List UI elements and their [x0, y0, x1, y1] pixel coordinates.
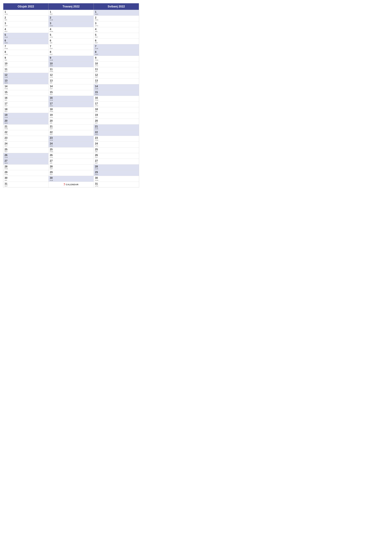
day-cell-m1-d9: 10NED — [49, 61, 94, 67]
day-cell-m1-d20: 21ČET — [49, 124, 94, 130]
day-cell-m1-d1: 2SUB — [49, 15, 94, 21]
day-number: 25 — [5, 148, 47, 151]
month-header-2: Svibanj 2022 — [94, 3, 139, 10]
day-number: 29 — [95, 171, 138, 174]
day-number: 11 — [5, 68, 47, 71]
day-number: 18 — [50, 108, 92, 111]
day-number: 1 — [50, 10, 92, 14]
day-number: 14 — [50, 85, 92, 88]
day-name: UTO — [5, 14, 47, 15]
day-number: 10 — [5, 62, 47, 65]
day-name: PET — [95, 122, 138, 124]
day-cell-m0-d3: 4PET — [3, 27, 49, 33]
day-cell-m1-d15: 16SUB — [49, 96, 94, 102]
day-name: UTO — [95, 145, 138, 147]
day-number: 5 — [5, 33, 47, 37]
day-cell-m0-d23: 24ČET — [3, 141, 49, 147]
day-name: PET — [50, 14, 92, 15]
day-name: UTO — [95, 25, 138, 27]
day-cell-m0-d17: 18PET — [3, 107, 49, 113]
day-name: UTO — [95, 65, 138, 67]
day-number: 13 — [5, 79, 47, 82]
day-cell-m0-d28: 29UTO — [3, 170, 49, 176]
day-number: 14 — [5, 85, 47, 88]
day-cell-m2-d3: 4SRI — [94, 27, 139, 33]
day-cell-m1-d13: 14ČET — [49, 84, 94, 90]
day-name: SRI — [50, 82, 92, 84]
day-name: NED — [50, 65, 92, 67]
day-cell-m1-d10: 11PON — [49, 67, 94, 73]
day-name: SRI — [5, 180, 47, 181]
day-number: 2 — [5, 16, 47, 19]
day-number: 23 — [50, 136, 92, 139]
day-cell-m2-d23: 24UTO — [94, 141, 139, 147]
day-name: ČET — [5, 185, 47, 187]
day-number: 19 — [50, 113, 92, 117]
day-number: 24 — [50, 142, 92, 145]
day-name: SRI — [95, 31, 138, 32]
day-number: 18 — [95, 108, 138, 111]
day-name: ČET — [95, 117, 138, 118]
day-cell-m0-d9: 10ČET — [3, 61, 49, 67]
day-name: UTO — [50, 117, 92, 118]
day-name: PET — [95, 162, 138, 164]
day-cell-m2-d25: 26ČET — [94, 153, 139, 159]
day-number: 15 — [50, 91, 92, 94]
day-cell-m2-d5: 6PET — [94, 38, 139, 44]
day-name: ČET — [95, 157, 138, 158]
day-cell-m1-d7: 8PET — [49, 50, 94, 56]
day-name: SUB — [5, 157, 47, 158]
day-cell-m2-d30: 31UTO — [94, 182, 139, 187]
day-cell-m1-d24: 25PON — [49, 147, 94, 153]
day-name: PET — [5, 151, 47, 153]
day-number: 6 — [95, 39, 138, 42]
day-number: 11 — [50, 68, 92, 71]
day-name: PET — [50, 54, 92, 55]
day-cell-m2-d27: 28SUB — [94, 164, 139, 170]
day-number: 31 — [5, 182, 47, 185]
day-number: 21 — [95, 125, 138, 128]
day-name: PON — [95, 59, 138, 61]
day-number: 5 — [95, 33, 138, 37]
day-cell-m0-d13: 14PON — [3, 84, 49, 90]
day-name: PON — [50, 151, 92, 153]
day-name: UTO — [50, 157, 92, 158]
day-name: ČET — [5, 25, 47, 27]
day-cell-m1-d25: 26UTO — [49, 153, 94, 159]
day-cell-m2-d4: 5ČET — [94, 33, 139, 38]
day-name: SRI — [95, 151, 138, 153]
day-cell-m0-d4: 5SUB — [3, 33, 49, 38]
day-cell-m2-d6: 7SUB — [94, 44, 139, 50]
day-cell-m1-d2: 3NED — [49, 21, 94, 27]
day-cell-m1-d11: 12UTO — [49, 73, 94, 79]
day-name: PON — [95, 139, 138, 141]
day-number: 19 — [5, 113, 47, 117]
day-name: PON — [50, 111, 92, 112]
day-cell-m2-d22: 23PON — [94, 136, 139, 141]
day-cell-m0-d7: 8UTO — [3, 50, 49, 56]
day-number: 23 — [5, 136, 47, 139]
day-name: UTO — [50, 76, 92, 78]
day-name: UTO — [5, 54, 47, 55]
day-name: NED — [95, 14, 138, 15]
day-name: SUB — [5, 117, 47, 118]
day-name: NED — [50, 105, 92, 107]
day-cell-m0-d5: 6NED — [3, 38, 49, 44]
day-number: 28 — [50, 165, 92, 168]
day-name: ČET — [50, 128, 92, 130]
day-cell-m1-d22: 23SUB — [49, 136, 94, 141]
day-name: SRI — [50, 42, 92, 44]
day-cell-m1-d19: 20SRI — [49, 119, 94, 124]
day-name: SRI — [95, 71, 138, 72]
day-name: PET — [95, 82, 138, 84]
day-name: ČET — [50, 88, 92, 89]
day-cell-m2-d26: 27PET — [94, 159, 139, 164]
day-number: 20 — [50, 119, 92, 122]
day-name: UTO — [5, 174, 47, 175]
day-cell-m2-d2: 3UTO — [94, 21, 139, 27]
day-cell-m2-d16: 17UTO — [94, 102, 139, 107]
day-name: ČET — [5, 105, 47, 107]
day-cell-m2-d20: 21SUB — [94, 124, 139, 130]
day-number: 20 — [95, 119, 138, 122]
day-cell-m0-d19: 20NED — [3, 119, 49, 124]
